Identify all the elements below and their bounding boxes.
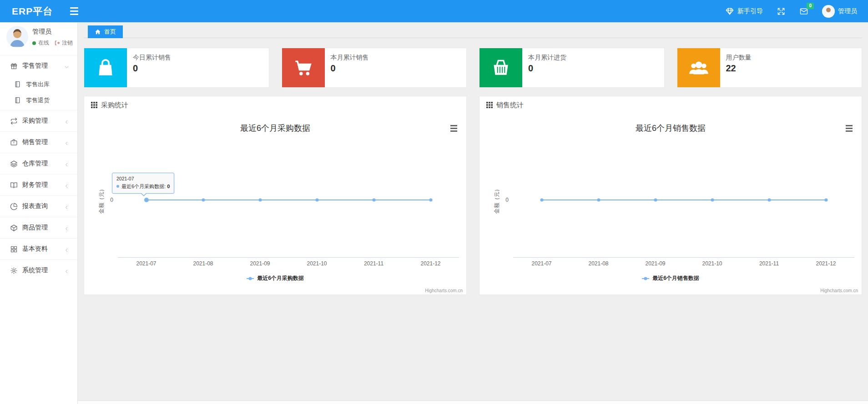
sales-chart: 最近6个月销售数据 金额（元） 0 2021-072021-082021-092… xyxy=(479,114,862,294)
sidebar: 管理员 在线 注销 零售管理 xyxy=(0,22,78,404)
sidebar-item-basic-data[interactable]: 基本资料 xyxy=(0,239,77,259)
stat-card-value: 0 xyxy=(331,63,369,74)
chart-context-menu-button[interactable] xyxy=(448,124,459,133)
x-axis-tick-label: 2021-09 xyxy=(250,260,270,267)
sidebar-item-sales-management[interactable]: 销售管理 xyxy=(0,132,77,153)
tooltip-series-dot xyxy=(116,185,119,188)
data-point-marker[interactable] xyxy=(597,199,600,202)
plot-area xyxy=(118,142,459,258)
sidebar-item-label: 销售管理 xyxy=(22,138,48,146)
sidebar-item-finance-management[interactable]: 财务管理 xyxy=(0,175,77,195)
chart-credits-link[interactable]: Highcharts.com.cn xyxy=(820,288,858,293)
sales-stats-panel: 销售统计 最近6个月销售数据 金额（元） 0 2021-072021-08202… xyxy=(479,96,862,295)
sidebar-item-label: 采购管理 xyxy=(22,117,48,125)
online-status-dot xyxy=(32,41,36,45)
chart-context-menu-button[interactable] xyxy=(843,124,854,133)
stat-card-value: 0 xyxy=(528,63,566,74)
main-content: 首页 今日累计销售 0 本月累计销售 0 xyxy=(78,22,868,404)
retail-submenu: 零售出库 零售退货 xyxy=(0,76,77,110)
navbar-right: 新手引导 0 管理员 xyxy=(725,5,857,18)
data-point-marker[interactable] xyxy=(824,199,828,202)
sidebar-item-retail-return[interactable]: 零售退货 xyxy=(0,92,77,108)
fullscreen-icon xyxy=(777,7,786,16)
data-point-marker[interactable] xyxy=(540,199,543,202)
tab-strip: 首页 xyxy=(84,22,862,38)
guide-button[interactable]: 新手引导 xyxy=(725,7,763,16)
gift-icon xyxy=(10,62,18,70)
sidebar-item-goods-management[interactable]: 商品管理 xyxy=(0,217,77,238)
purchase-stats-panel: 采购统计 最近6个月采购数据 金额（元） 0 2021-072021-08202… xyxy=(84,96,467,295)
data-point-marker[interactable] xyxy=(711,199,714,202)
data-point-marker[interactable] xyxy=(144,198,149,202)
data-point-marker[interactable] xyxy=(372,199,375,202)
sidebar-item-report-query[interactable]: 报表查询 xyxy=(0,196,77,217)
x-axis-tick-label: 2021-11 xyxy=(759,260,779,267)
data-point-marker[interactable] xyxy=(654,199,657,202)
chart-title: 最近6个月采购数据 xyxy=(84,123,466,134)
panel-title: 采购统计 xyxy=(101,101,128,110)
data-point-marker[interactable] xyxy=(202,199,205,202)
tab-home[interactable]: 首页 xyxy=(88,25,123,38)
home-icon xyxy=(95,29,101,35)
logout-button[interactable]: 注销 xyxy=(54,39,73,47)
legend-item[interactable]: 最近6个月采购数据 xyxy=(84,274,466,282)
sidebar-item-label: 商品管理 xyxy=(22,224,48,232)
sidebar-item-label: 基本资料 xyxy=(22,245,48,253)
legend-item[interactable]: 最近6个月销售数据 xyxy=(479,274,862,282)
chevron-left-icon xyxy=(64,204,69,209)
messages-button[interactable]: 0 xyxy=(799,7,808,16)
th-grid-icon xyxy=(486,102,493,108)
sidebar-item-retail-outbound[interactable]: 零售出库 xyxy=(0,76,77,92)
x-axis-tick-label: 2021-09 xyxy=(645,260,665,267)
data-point-marker[interactable] xyxy=(767,199,771,202)
user-menu[interactable]: 管理员 xyxy=(822,5,857,18)
x-axis-tick-label: 2021-08 xyxy=(193,260,213,267)
page-footer xyxy=(78,400,868,404)
sidebar-item-label: 仓库管理 xyxy=(22,160,48,168)
users-icon xyxy=(677,48,720,87)
sidebar-item-label: 零售退货 xyxy=(26,96,50,105)
legend-marker xyxy=(247,278,254,279)
sidebar-item-system-management[interactable]: 系统管理 xyxy=(0,260,77,281)
chevron-left-icon xyxy=(64,247,69,252)
sidebar-item-warehouse-management[interactable]: 仓库管理 xyxy=(0,153,77,174)
x-axis-labels: 2021-072021-082021-092021-102021-112021-… xyxy=(118,260,459,268)
x-axis-tick-label: 2021-12 xyxy=(420,260,440,267)
legend-label: 最近6个月销售数据 xyxy=(652,274,699,282)
sidebar-menu: 零售管理 零售出库 零售退货 采购管理 xyxy=(0,55,77,281)
y-axis-tick-label: 0 xyxy=(101,197,113,203)
notebook-icon xyxy=(14,80,21,88)
avatar xyxy=(822,5,835,18)
panel-title: 销售统计 xyxy=(496,101,524,110)
stat-card-value: 0 xyxy=(133,63,171,74)
chart-title: 最近6个月销售数据 xyxy=(479,123,862,134)
x-axis-tick-label: 2021-07 xyxy=(136,260,156,267)
fullscreen-button[interactable] xyxy=(777,7,786,16)
chevron-left-icon xyxy=(64,140,69,145)
cart-icon xyxy=(282,48,325,87)
chevron-left-icon xyxy=(64,119,69,124)
data-point-marker[interactable] xyxy=(258,199,262,202)
stat-card-month-sales: 本月累计销售 0 xyxy=(282,48,467,88)
chevron-left-icon xyxy=(64,225,69,230)
stat-card-label: 本月累计销售 xyxy=(331,54,369,62)
y-axis-tick-label: 0 xyxy=(496,197,509,203)
sidebar-toggle-button[interactable] xyxy=(70,7,78,15)
diamond-icon xyxy=(725,7,734,16)
shopping-bag-icon xyxy=(84,48,127,87)
chart-credits-link[interactable]: Highcharts.com.cn xyxy=(425,288,463,293)
purchase-chart: 最近6个月采购数据 金额（元） 0 2021-072021-082021-092… xyxy=(84,114,466,294)
chart-panels-row: 采购统计 最近6个月采购数据 金额（元） 0 2021-072021-08202… xyxy=(84,96,862,295)
chevron-left-icon xyxy=(64,268,69,273)
data-point-marker[interactable] xyxy=(315,199,318,202)
sidebar-item-retail-management[interactable]: 零售管理 xyxy=(0,55,77,76)
logout-label: 注销 xyxy=(62,39,73,47)
x-axis-tick-label: 2021-11 xyxy=(364,260,384,267)
sidebar-user-name: 管理员 xyxy=(32,28,73,36)
data-point-marker[interactable] xyxy=(429,199,432,202)
sidebar-item-purchase-management[interactable]: 采购管理 xyxy=(0,110,77,131)
gear-icon xyxy=(10,267,18,274)
sidebar-item-label: 财务管理 xyxy=(22,181,48,189)
panel-header: 销售统计 xyxy=(479,96,862,114)
x-axis-labels: 2021-072021-082021-092021-102021-112021-… xyxy=(513,260,854,268)
